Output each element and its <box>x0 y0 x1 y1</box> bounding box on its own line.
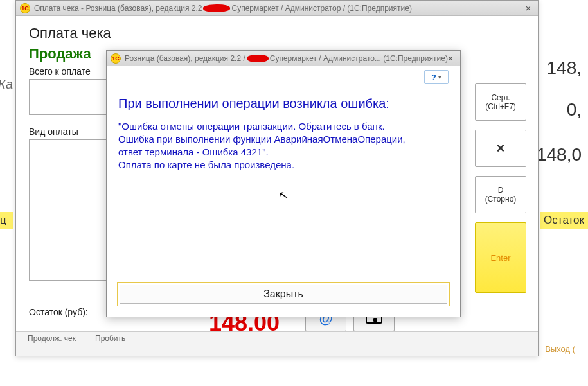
error-modal-title-suffix: Супермаркет / Администрато... (1С:Предпр… <box>270 54 448 63</box>
storno-label-2: (Сторно) <box>485 195 517 204</box>
bg-exit-link[interactable]: Выход ( <box>545 344 575 354</box>
clear-button[interactable]: × <box>475 130 526 167</box>
bg-text-left: "Ка <box>0 77 13 92</box>
redaction-blot-icon <box>247 54 269 62</box>
error-modal: 1C Розница (базовая), редакция 2.2 / Суп… <box>106 50 461 317</box>
bottom-tabs: Продолж. чек Пробить <box>16 331 538 356</box>
error-modal-title-prefix: Розница (базовая), редакция 2.2 / <box>125 54 245 63</box>
tab-continue-label: Продолж. чек <box>28 335 76 343</box>
payment-window-title-prefix: Оплата чека - Розница (базовая), редакци… <box>34 4 202 13</box>
onec-logo-icon: 1C <box>20 3 30 13</box>
error-heading: При выполнении операции возникла ошибка: <box>118 96 449 111</box>
bg-value-2: 0, <box>567 100 582 120</box>
tab-punch-label: Пробить <box>95 335 125 343</box>
cursor-icon: ↖ <box>278 188 290 203</box>
certificate-label-1: Серт. <box>491 93 510 102</box>
page-title: Оплата чека <box>29 25 525 42</box>
error-body-1: "Ошибка отмены операции транзакции. Обра… <box>118 120 420 159</box>
storno-button[interactable]: D (Сторно) <box>475 176 526 213</box>
onec-logo-icon: 1C <box>111 53 121 64</box>
tab-continue-check[interactable]: Продолж. чек <box>28 335 76 353</box>
remain-label: Остаток (руб): <box>29 307 88 317</box>
help-icon: ? <box>431 73 436 82</box>
certificate-button[interactable]: Серт. (Ctrl+F7) <box>475 83 526 121</box>
side-button-column: Серт. (Ctrl+F7) × D (Сторно) Enter <box>475 83 526 293</box>
bg-value-3: 148,0 <box>537 145 582 165</box>
certificate-label-2: (Ctrl+F7) <box>485 102 516 111</box>
redaction-blot-icon <box>203 4 230 12</box>
bg-ostatok-label: Остаток <box>540 212 588 229</box>
storno-label-1: D <box>498 186 504 195</box>
close-icon[interactable]: × <box>522 3 534 13</box>
error-modal-titlebar[interactable]: 1C Розница (базовая), редакция 2.2 / Суп… <box>107 51 460 66</box>
help-button[interactable]: ? <box>424 70 449 84</box>
payment-window-title-suffix: Супермаркет / Администратор / (1С:Предпр… <box>231 4 411 13</box>
enter-label: Enter <box>490 253 510 263</box>
error-body-2: Оплата по карте не была произведена. <box>118 159 420 171</box>
enter-button[interactable]: Enter <box>475 222 526 293</box>
close-button[interactable]: Закрыть <box>120 285 447 304</box>
close-button-highlight: Закрыть <box>117 282 450 306</box>
payment-window-titlebar[interactable]: 1C Оплата чека - Розница (базовая), реда… <box>16 1 538 16</box>
x-icon: × <box>497 140 505 157</box>
bg-value-1: 148, <box>547 58 582 78</box>
tab-punch[interactable]: Пробить <box>95 335 125 353</box>
bg-highlight-left: ц <box>0 212 13 229</box>
close-icon[interactable]: × <box>445 53 456 63</box>
